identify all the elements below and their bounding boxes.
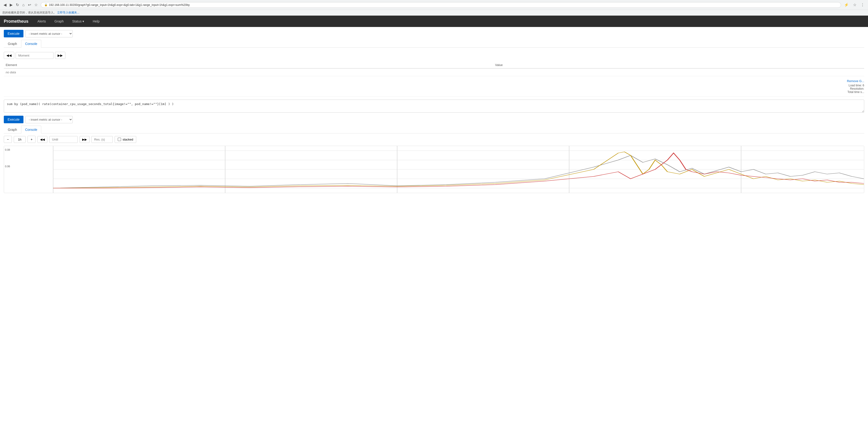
y-axis-max: 0.08: [5, 148, 10, 151]
chevron-down-icon: ▾: [83, 20, 84, 23]
until-input[interactable]: [49, 136, 78, 143]
stacked-checkbox-icon: [118, 138, 121, 141]
reload-button[interactable]: ↻: [15, 2, 20, 7]
graph-fwd-button[interactable]: ▶▶: [80, 136, 90, 143]
extension-button[interactable]: ⚡: [843, 2, 850, 7]
tab-graph-1[interactable]: Graph: [4, 40, 21, 47]
query2-tabs: Graph Console: [4, 126, 864, 133]
y-axis-mid: 0.06: [5, 165, 10, 168]
resolution-input[interactable]: [91, 136, 113, 143]
no-data-cell: no data: [4, 68, 864, 76]
table-header-element: Element: [4, 62, 493, 68]
table-header-value: Value: [493, 62, 864, 68]
bookmark-bar: 您的收藏夹是空的，请从其他浏览器导入。 立即导入收藏夹...: [0, 10, 868, 15]
query-block-2: Execute - insert metric at cursor - Grap…: [4, 100, 864, 193]
console-table-1: Element Value no data: [4, 62, 864, 76]
execute-button-1[interactable]: Execute: [4, 30, 24, 37]
resolution: Resolution:: [4, 87, 864, 90]
nav-status-dropdown[interactable]: Status ▾: [71, 19, 86, 24]
tab-console-2[interactable]: Console: [21, 126, 41, 133]
execute-button-2[interactable]: Execute: [4, 116, 24, 123]
prometheus-brand: Prometheus: [4, 19, 28, 24]
chart-container: 0.08 0.06: [4, 146, 864, 193]
undo-button[interactable]: ↩: [27, 2, 32, 7]
metric-select-2[interactable]: - insert metric at cursor -: [25, 116, 73, 123]
address-bar[interactable]: 🔒 192.168.100.11:30200/graph?g0.range_in…: [41, 2, 841, 8]
back-button[interactable]: ◀: [2, 2, 7, 7]
main-content: Execute - insert metric at cursor - Grap…: [0, 27, 868, 198]
chart-svg: [4, 146, 864, 193]
moment-bar: ◀◀ ▶▶: [4, 52, 864, 59]
bookmark-empty-text: 您的收藏夹是空的，请从其他浏览器导入。: [2, 11, 56, 14]
address-text: 192.168.100.11:30200/graph?g0.range_inpu…: [49, 3, 837, 7]
bookmark-import-link[interactable]: 立即导入收藏夹...: [57, 11, 80, 14]
stacked-button[interactable]: stacked: [115, 136, 136, 143]
nav-buttons: ◀ ▶ ↻ ⌂ ↩ ☆: [2, 2, 39, 7]
bookmark-button[interactable]: ☆: [33, 2, 39, 7]
tab-graph-2[interactable]: Graph: [4, 126, 21, 133]
security-icon: 🔒: [44, 3, 48, 6]
browser-right-controls: ⚡ ☆ ⋮: [843, 2, 866, 7]
nav-alerts[interactable]: Alerts: [36, 19, 48, 24]
query1-top-bar: Execute - insert metric at cursor -: [4, 30, 864, 37]
query1-meta: Load time: 6 Resolution: Total time s...: [4, 84, 864, 94]
graph-back-button[interactable]: ◀◀: [37, 136, 48, 143]
nav-graph[interactable]: Graph: [53, 19, 65, 24]
prometheus-navbar: Prometheus Alerts Graph Status ▾ Help: [0, 15, 868, 27]
moment-back-btn[interactable]: ◀◀: [4, 52, 14, 59]
query2-top-bar: Execute - insert metric at cursor -: [4, 116, 864, 123]
time-minus-button[interactable]: −: [4, 136, 12, 143]
stacked-label: stacked: [122, 138, 133, 141]
star-button[interactable]: ☆: [852, 2, 858, 7]
time-plus-button[interactable]: +: [28, 136, 35, 143]
total-time: Total time s...: [4, 90, 864, 94]
load-time: Load time: 6: [4, 84, 864, 87]
query1-footer: Remove G...: [4, 78, 864, 84]
query-block-1: Execute - insert metric at cursor - Grap…: [4, 30, 864, 94]
nav-status-label: Status: [72, 20, 82, 23]
table-row: no data: [4, 68, 864, 76]
metric-select-1[interactable]: - insert metric at cursor -: [25, 30, 73, 37]
time-range-input[interactable]: [14, 136, 26, 143]
tab-console-1[interactable]: Console: [21, 40, 41, 47]
moment-fwd-btn[interactable]: ▶▶: [55, 52, 65, 59]
menu-button[interactable]: ⋮: [860, 2, 866, 7]
expression-input-2[interactable]: [4, 100, 864, 113]
moment-input[interactable]: [16, 52, 54, 59]
nav-help[interactable]: Help: [91, 19, 101, 24]
graph-controls: − + ◀◀ ▶▶ stacked: [4, 136, 864, 143]
remove-query-link[interactable]: Remove G...: [847, 79, 864, 83]
console-area-1: ◀◀ ▶▶ Element Value no data: [4, 50, 864, 78]
query1-tabs: Graph Console: [4, 40, 864, 47]
home-button[interactable]: ⌂: [21, 2, 26, 7]
forward-button[interactable]: ▶: [8, 2, 14, 7]
browser-chrome: ◀ ▶ ↻ ⌂ ↩ ☆ 🔒 192.168.100.11:30200/graph…: [0, 0, 868, 10]
